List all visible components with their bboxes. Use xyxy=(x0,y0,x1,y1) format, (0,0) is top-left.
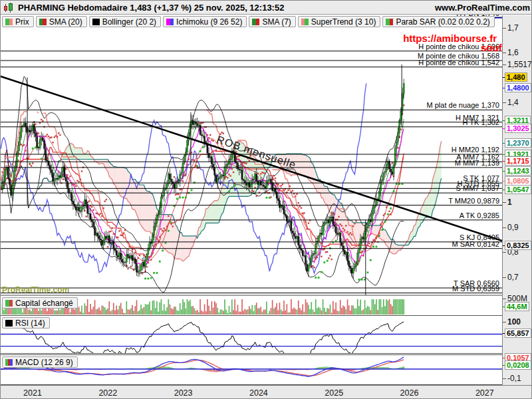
indicator-toolbar: PrixSMA (20)Bollinger (20 2)Ichimoku (9 … xyxy=(2,16,495,27)
scale-tick-label: 0,7 xyxy=(507,273,519,282)
indicator-chip-6[interactable]: Parab SAR (0.02 0.02 0.2) xyxy=(382,16,494,27)
title-bar: PHARMING Hebdomadaire 1,483 (+1,37 %) 25… xyxy=(1,1,532,15)
year-label-2026: 2026 xyxy=(396,388,423,398)
chart-canvas[interactable]: H PDN 1,740H pointe de chikou 1,606M poi… xyxy=(1,1,502,385)
scale-tickmark xyxy=(503,252,506,253)
scale-tickmark xyxy=(503,378,506,379)
scale-tickmark xyxy=(503,277,506,278)
scale-tickmark xyxy=(503,227,506,228)
indicator-chip-0-icon xyxy=(5,19,13,25)
indicator-chip-2-label: Bollinger (20 2) xyxy=(102,17,156,27)
candlestick-logo-icon xyxy=(3,3,14,13)
indicator-chip-3-label: Ichimoku (9 26 52) xyxy=(176,17,242,27)
indicator-chip-0-label: Prix xyxy=(15,17,29,27)
indicator-chip-0[interactable]: Prix xyxy=(2,16,34,27)
scale-value-box: 1,1715 xyxy=(505,156,531,166)
scale-tickmark xyxy=(503,65,506,65)
scale-tickmark xyxy=(503,299,506,299)
scale-tick-label: 1 xyxy=(507,198,512,207)
year-label-2023: 2023 xyxy=(170,388,197,398)
scale-tickmark xyxy=(503,102,506,103)
scale-value-box: 0,0208 xyxy=(505,360,531,370)
chart-drawing xyxy=(1,1,502,385)
indicator-chip-1-label: SMA (20) xyxy=(49,17,82,27)
prorealtime-window: H PDN 1,740H pointe de chikou 1,606M poi… xyxy=(0,0,532,399)
scale-tick-label: 1,6 xyxy=(507,49,519,57)
year-label-2021: 2021 xyxy=(19,388,46,398)
indicator-chip-6-icon xyxy=(386,19,393,25)
scale-tick-label: 0,9 xyxy=(507,223,519,232)
scale-tick-label: -0,1 xyxy=(507,374,521,383)
scale-tickmark xyxy=(503,202,506,203)
scale-value-box: 1,2370 xyxy=(505,138,531,148)
macd-chip-icon xyxy=(5,359,13,366)
indicator-chip-2-icon xyxy=(92,19,100,25)
instrument-title: PHARMING Hebdomadaire 1,483 (+1,37 %) 25… xyxy=(18,3,284,13)
scale-tick-label: 1,7 xyxy=(507,24,519,33)
scale-value-box: 1,0805 xyxy=(505,176,531,186)
scale-value-box: 65,857 xyxy=(505,329,531,338)
indicator-chip-5-label: SuperTrend (3 10) xyxy=(311,17,376,27)
scale-tickmark xyxy=(503,322,506,323)
rsi-chip-icon xyxy=(5,320,13,327)
scale-value-box: 1,0547 xyxy=(505,185,531,194)
macd-chip-label: MACD (12 26 9) xyxy=(15,358,73,367)
indicator-chip-1[interactable]: SMA (20) xyxy=(36,16,87,27)
scale-tick-label: 1,5517 xyxy=(507,61,532,69)
time-axis[interactable]: 2021202220232024202520262027 xyxy=(1,385,532,399)
indicator-chip-6-label: Parab SAR (0.02 0.02 0.2) xyxy=(396,17,489,27)
volume-chip[interactable]: Capital échangé xyxy=(2,297,78,309)
scale-value-box: 1,480 xyxy=(505,72,527,82)
scale-tick-label: 1,4 xyxy=(507,98,519,107)
indicator-chip-5-icon xyxy=(301,19,309,25)
volume-chip-icon xyxy=(5,300,13,307)
scale-value-box: 1,4800 xyxy=(505,83,531,92)
indicator-chip-3[interactable]: Ichimoku (9 26 52) xyxy=(163,16,247,27)
scale-value-box: 1,3025 xyxy=(505,124,531,133)
indicator-chip-2[interactable]: Bollinger (20 2) xyxy=(89,16,161,27)
scale-value-box: 44,6M xyxy=(505,302,529,311)
year-label-2024: 2024 xyxy=(245,388,272,398)
indicator-chip-4-icon xyxy=(252,19,259,25)
prorealtime-watermark: ProRealTime.com xyxy=(2,285,69,295)
indicator-chip-4-label: SMA (7) xyxy=(262,17,291,27)
rsi-chip-label: RSI (14) xyxy=(15,319,45,328)
scale-value-box: 0,8325 xyxy=(505,241,531,250)
volume-chip-label: Capital échangé xyxy=(15,299,73,308)
year-label-2022: 2022 xyxy=(94,388,121,398)
scale-tickmark xyxy=(503,53,506,53)
indicator-chip-4[interactable]: SMA (7) xyxy=(249,16,295,27)
year-label-2027: 2027 xyxy=(471,388,498,398)
site-watermark: www.ProRealTime.com xyxy=(435,3,530,13)
scale-value-box: 1,1243 xyxy=(505,166,531,176)
scale-tickmark xyxy=(503,28,506,29)
year-label-2025: 2025 xyxy=(321,388,347,398)
rsi-chip[interactable]: RSI (14) xyxy=(2,317,50,329)
annotation-signature: soufa xyxy=(481,42,502,53)
indicator-chip-3-icon xyxy=(166,19,174,25)
macd-chip[interactable]: MACD (12 26 9) xyxy=(2,356,78,368)
indicator-chip-5[interactable]: SuperTrend (3 10) xyxy=(298,16,381,27)
price-scale[interactable]: 1,71,61,55171,410,90,80,7500M100-0,11,48… xyxy=(502,15,532,385)
indicator-chip-1-icon xyxy=(39,19,47,25)
scale-tick-label: 100 xyxy=(507,318,521,327)
